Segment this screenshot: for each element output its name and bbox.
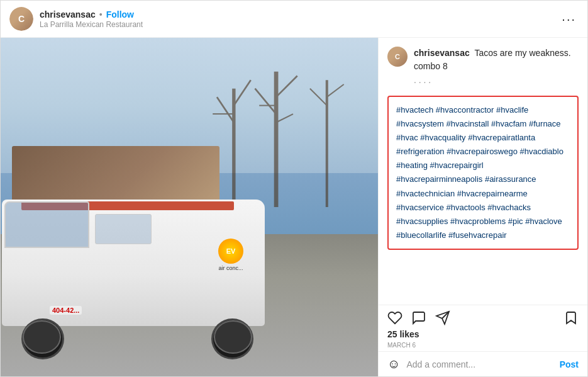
- svg-line-10: [310, 89, 327, 106]
- caption-area: C chrisevansac Tacos are my weakness. co…: [379, 38, 587, 305]
- header-top-row: chrisevansac • Follow: [40, 9, 559, 20]
- van-phone: 404-42...: [50, 306, 82, 315]
- comment-input[interactable]: [406, 359, 553, 369]
- svg-line-11: [327, 84, 344, 97]
- van-text: air conc...: [218, 265, 243, 272]
- van: EV air conc... 404-42...: [1, 173, 276, 359]
- van-wheel-left-inner: [23, 320, 61, 354]
- hashtags-box: #hvactech #hvaccontractor #hvaclife #hva…: [387, 96, 579, 250]
- post-right-panel: C chrisevansac Tacos are my weakness. co…: [378, 38, 587, 376]
- emoji-button[interactable]: ☺: [387, 357, 400, 371]
- post-actions: 25 likes MARCH 6: [379, 305, 587, 351]
- more-options-button[interactable]: ···: [559, 12, 579, 26]
- header-info: chrisevansac • Follow La Parrilla Mexica…: [40, 9, 559, 29]
- bookmark-button[interactable]: [563, 310, 579, 325]
- van-logo-circle: EV: [218, 239, 243, 264]
- windshield: [4, 201, 89, 248]
- side-window: [95, 214, 152, 244]
- action-icons-row: [387, 310, 579, 325]
- share-icon: [435, 310, 450, 325]
- comment-input-area: ☺ Post: [379, 351, 587, 376]
- post-date: MARCH 6: [387, 342, 579, 349]
- bookmark-icon: [563, 310, 579, 325]
- post-container: C chrisevansac • Follow La Parrilla Mexi…: [0, 0, 588, 377]
- post-comment-button[interactable]: Post: [560, 359, 579, 369]
- van-logo-area: EV air conc...: [200, 229, 262, 281]
- dot-separator: •: [99, 9, 103, 20]
- comment-button[interactable]: [411, 310, 426, 325]
- caption-row: C chrisevansac Tacos are my weakness. co…: [387, 47, 579, 91]
- caption-content: chrisevansac Tacos are my weakness. comb…: [414, 47, 579, 91]
- hashtags-text[interactable]: #hvactech #hvaccontractor #hvaclife #hva…: [396, 105, 563, 240]
- heart-icon: [387, 310, 402, 325]
- svg-line-6: [276, 76, 297, 98]
- post-image: EV air conc... 404-42...: [1, 38, 378, 376]
- caption-username[interactable]: chrisevansac: [414, 48, 470, 58]
- location-text: La Parrilla Mexican Restaurant: [40, 20, 559, 29]
- comment-icon: [411, 310, 426, 325]
- likes-count: 25 likes: [387, 329, 579, 339]
- caption-dots: · · · ·: [414, 73, 579, 91]
- header-username[interactable]: chrisevansac: [40, 9, 96, 20]
- share-button[interactable]: [435, 310, 450, 325]
- post-body: EV air conc... 404-42... C: [1, 38, 587, 376]
- avatar-image: C: [9, 7, 33, 31]
- avatar[interactable]: C: [9, 7, 33, 31]
- van-wheel-right-inner: [214, 320, 252, 354]
- caption-avatar[interactable]: C: [387, 47, 408, 67]
- follow-button[interactable]: Follow: [106, 9, 134, 20]
- svg-line-5: [255, 89, 276, 114]
- like-button[interactable]: [387, 310, 402, 325]
- svg-line-8: [276, 114, 293, 122]
- svg-line-2: [234, 80, 251, 105]
- svg-line-1: [217, 97, 234, 122]
- post-header: C chrisevansac • Follow La Parrilla Mexi…: [1, 1, 587, 38]
- image-placeholder: EV air conc... 404-42...: [1, 38, 378, 376]
